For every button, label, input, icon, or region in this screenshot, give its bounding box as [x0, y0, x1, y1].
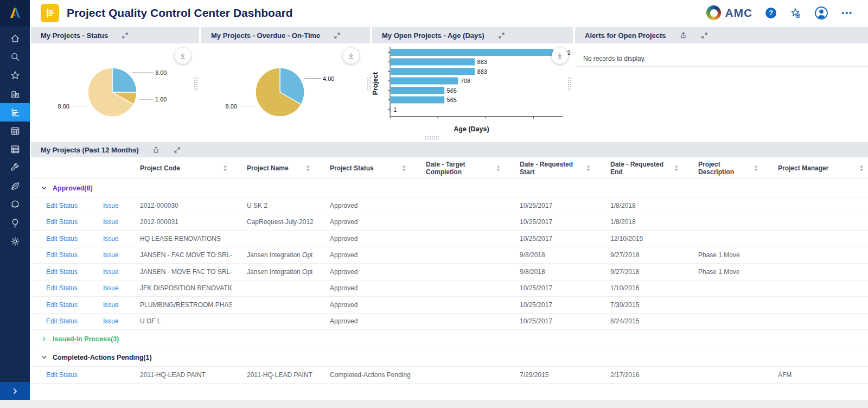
table-cell	[683, 297, 763, 313]
group-row[interactable]: Completed-Actions Pending(1)	[31, 348, 868, 367]
action-cell: Issue	[88, 264, 125, 280]
column-header-project-description[interactable]: Project Description	[683, 157, 763, 178]
table-cell	[411, 214, 505, 231]
table-cell: U OF L	[125, 314, 232, 330]
alerts-empty-text: No records to display.	[583, 55, 646, 62]
user-icon[interactable]	[814, 6, 828, 20]
expand-icon[interactable]	[173, 146, 181, 154]
sidebar-item-settings[interactable]	[0, 232, 30, 251]
group-row[interactable]: Issued-In Process(3)	[31, 330, 868, 348]
sidebar-item-ideas[interactable]	[0, 214, 30, 232]
sidebar-item-calendar[interactable]	[0, 122, 30, 140]
sort-icon	[586, 165, 591, 171]
table-cell: 9/8/2018	[505, 247, 595, 264]
column-header-label: Project Code	[140, 164, 180, 172]
edit-status-link[interactable]: Edit Status	[46, 202, 78, 209]
sidebar-item-sustainability[interactable]	[0, 177, 30, 195]
edit-status-link[interactable]: Edit Status	[46, 235, 78, 243]
table-cell: 10/25/2017	[505, 297, 595, 313]
issue-link[interactable]: Issue	[103, 235, 119, 243]
issue-link[interactable]: Issue	[103, 202, 119, 209]
table-cell	[232, 280, 315, 297]
pie-slice	[112, 68, 137, 92]
table-header-row: Project CodeProject NameProject StatusDa…	[31, 157, 868, 179]
maintenance-icon	[10, 162, 21, 173]
app-logo[interactable]	[0, 0, 30, 26]
divider	[575, 66, 868, 67]
download-button[interactable]	[343, 48, 359, 64]
bar-data-label: 883	[477, 68, 487, 75]
edit-status-link[interactable]: Edit Status	[46, 284, 78, 292]
column-header-actions	[88, 157, 125, 178]
edit-status-link[interactable]: Edit Status	[46, 218, 78, 226]
table-cell: CapRequest-July-2012	[232, 214, 315, 231]
sidebar-item-search[interactable]	[0, 48, 30, 66]
favorite-add-icon[interactable]	[789, 7, 801, 19]
table-cell	[411, 314, 505, 330]
sidebar-item-home[interactable]	[0, 29, 30, 48]
table-row: Edit StatusIssueJANSEN - FAC MOVE TO SRL…	[31, 247, 868, 264]
chevron-down-icon	[41, 354, 48, 361]
ideas-icon	[10, 218, 21, 228]
edit-status-link[interactable]: Edit Status	[46, 268, 78, 276]
sidebar-item-analytics[interactable]	[0, 103, 30, 122]
issue-link[interactable]: Issue	[103, 301, 119, 309]
column-header-actions	[31, 157, 88, 178]
table-cell: 2012-000031	[125, 214, 232, 231]
column-header-date-target-completion[interactable]: Date - Target Completion	[411, 157, 505, 178]
column-header-project-manager[interactable]: Project Manager	[763, 157, 868, 178]
expand-icon[interactable]	[333, 31, 341, 40]
issue-link[interactable]: Issue	[103, 218, 119, 226]
sort-icon	[402, 165, 406, 171]
share-icon[interactable]	[679, 31, 687, 40]
bar	[391, 59, 475, 66]
sidebar-item-favorites[interactable]	[0, 66, 30, 85]
panel-resize-handle[interactable]	[567, 77, 572, 91]
issue-link[interactable]: Issue	[103, 251, 119, 259]
panel-resize-handle[interactable]	[367, 77, 371, 91]
more-icon[interactable]: •••	[841, 9, 853, 17]
panel-resize-handle[interactable]	[425, 136, 439, 140]
edit-status-link[interactable]: Edit Status	[46, 371, 78, 379]
download-button[interactable]	[552, 48, 568, 64]
table-cell	[232, 297, 315, 313]
column-header-date-requested-end[interactable]: Date - Requested End	[595, 157, 683, 178]
column-header-project-name[interactable]: Project Name	[232, 157, 315, 178]
expand-icon[interactable]	[497, 31, 506, 40]
help-icon[interactable]: ?	[765, 8, 776, 18]
column-header-label: Project Name	[247, 164, 289, 172]
share-icon[interactable]	[152, 146, 160, 154]
table-cell	[411, 197, 505, 214]
table-cell: Approved	[315, 280, 411, 297]
bottom-scroll-strip[interactable]	[0, 400, 868, 408]
table-cell	[411, 247, 505, 264]
sidebar-item-tables[interactable]	[0, 140, 30, 158]
action-cell: Issue	[88, 247, 125, 264]
action-cell: Edit Status	[31, 231, 88, 247]
sort-icon	[496, 165, 500, 171]
group-row[interactable]: Approved(8)	[31, 179, 868, 197]
download-button[interactable]	[175, 48, 191, 64]
issue-link[interactable]: Issue	[103, 317, 119, 325]
panel-status-header: My Projects - Status	[31, 27, 199, 43]
issue-link[interactable]: Issue	[103, 268, 119, 276]
panel-resize-handle[interactable]	[194, 77, 198, 91]
y-axis-label: Project	[372, 72, 379, 95]
column-header-date-requested-start[interactable]: Date - Requested Start	[505, 157, 595, 178]
expand-icon[interactable]	[121, 31, 129, 40]
edit-status-link[interactable]: Edit Status	[46, 251, 78, 259]
issue-link[interactable]: Issue	[103, 284, 119, 292]
column-header-project-code[interactable]: Project Code	[125, 157, 232, 178]
pie-data-label: 3.00	[155, 69, 167, 76]
table-cell: Jansen Integration Opt 2	[232, 247, 315, 264]
sidebar-item-maintenance[interactable]	[0, 158, 30, 177]
edit-status-link[interactable]: Edit Status	[46, 301, 78, 309]
edit-status-link[interactable]: Edit Status	[46, 317, 78, 325]
buildings-icon	[10, 88, 21, 99]
expand-icon[interactable]	[700, 31, 709, 40]
sidebar-expand-button[interactable]	[0, 382, 30, 400]
sidebar-item-globe[interactable]	[0, 195, 30, 214]
table-cell: Completed-Actions Pending	[315, 367, 411, 383]
sidebar-item-buildings[interactable]	[0, 85, 30, 103]
column-header-project-status[interactable]: Project Status	[315, 157, 411, 178]
